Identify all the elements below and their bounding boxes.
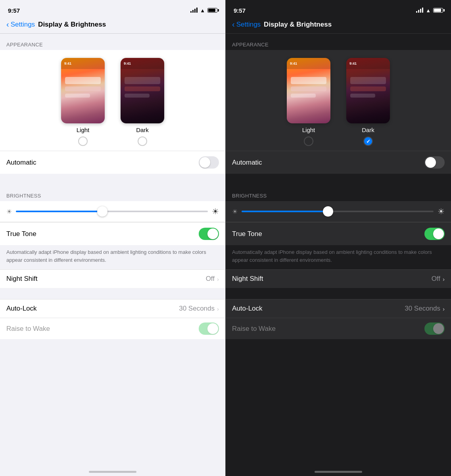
light-radio-dark[interactable]	[304, 136, 313, 146]
partial-row-dark: Raise to Wake	[226, 318, 451, 339]
phone-preview-dark: 9:41	[121, 58, 164, 123]
automatic-row-light: Automatic	[0, 151, 225, 174]
battery-icon-dark	[433, 8, 443, 13]
wifi-icon-light: ▲	[200, 8, 205, 13]
brightness-card-dark: ☀ ☀ True Tone	[226, 201, 451, 245]
auto-lock-value-light: 30 Seconds ›	[179, 305, 219, 313]
status-icons-light: ▲	[190, 8, 217, 13]
brightness-header-dark: BRIGHTNESS	[226, 185, 451, 201]
signal-icon-light	[190, 8, 198, 13]
true-tone-desc-row-dark: Automatically adapt iPhone display based…	[226, 245, 451, 269]
nav-bar-light: ‹ Settings Display & Brightness	[0, 17, 225, 34]
auto-lock-label-dark: Auto-Lock	[232, 305, 263, 313]
wifi-icon-dark: ▲	[426, 8, 431, 13]
auto-lock-chevron-light: ›	[217, 305, 219, 312]
night-shift-value-light: Off ›	[206, 275, 219, 283]
dark-panel: 9:57 ▲ ‹ Settings Display & Brightness A…	[226, 0, 451, 476]
automatic-label-light: Automatic	[6, 159, 36, 167]
raise-to-wake-toggle-dark[interactable]	[424, 322, 445, 335]
light-label: Light	[77, 127, 90, 133]
sun-small-icon-dark: ☀	[232, 208, 238, 215]
dark-label-d: Dark	[362, 127, 374, 133]
night-shift-label-dark: Night Shift	[232, 275, 263, 283]
autolock-section-light: Auto-Lock 30 Seconds › Raise to Wake	[0, 299, 225, 339]
appearance-option-dark[interactable]: 9:41 Dark	[121, 58, 164, 146]
appearance-options-dark: 9:41 Light 9:41	[226, 50, 451, 151]
true-tone-desc-light: Automatically adapt iPhone display based…	[6, 248, 219, 264]
partial-label-light: Raise to Wake	[6, 325, 50, 333]
appearance-header-dark: APPEARANCE	[226, 34, 451, 50]
dark-radio-light[interactable]	[138, 136, 147, 146]
night-shift-row-dark[interactable]: Night Shift Off ›	[226, 269, 451, 288]
auto-lock-row-dark[interactable]: Auto-Lock 30 Seconds ›	[226, 299, 451, 318]
dark-radio-dark[interactable]: ✓	[363, 136, 373, 146]
appearance-option-light[interactable]: 9:41 Light	[61, 58, 105, 146]
brightness-header-light: BRIGHTNESS	[0, 185, 225, 201]
phone-preview-light-d: 9:41	[287, 58, 330, 123]
sun-small-icon-light: ☀	[6, 208, 12, 215]
phone-strips-light	[65, 77, 101, 98]
automatic-row-dark: Automatic	[226, 151, 451, 174]
check-icon-dark: ✓	[366, 138, 370, 144]
phone-strips-dark	[125, 77, 160, 98]
time-light: 9:57	[8, 7, 20, 14]
light-panel: 9:57 ▲ ‹ Settings Display & Brightness A…	[0, 0, 225, 476]
night-shift-value-dark: Off ›	[432, 275, 445, 283]
back-label-dark: Settings	[236, 21, 261, 29]
nav-bar-dark: ‹ Settings Display & Brightness	[226, 17, 451, 34]
status-bar-light: 9:57 ▲	[0, 0, 225, 17]
phone-status-dark: 9:41	[121, 58, 164, 69]
appearance-option-dark-d[interactable]: 9:41 Dark ✓	[346, 58, 390, 146]
automatic-toggle-light[interactable]	[199, 156, 219, 169]
brightness-section-dark: BRIGHTNESS ☀ ☀ True Tone Automatically	[226, 185, 451, 288]
back-button-dark[interactable]: ‹ Settings	[232, 21, 261, 29]
light-label-d: Light	[302, 127, 315, 133]
status-bar-dark: 9:57 ▲	[226, 0, 451, 17]
auto-lock-row-light[interactable]: Auto-Lock 30 Seconds ›	[0, 299, 225, 318]
phone-status-light: 9:41	[61, 58, 105, 69]
brightness-slider-dark[interactable]	[242, 211, 434, 212]
time-dark: 9:57	[234, 7, 246, 14]
back-label-light: Settings	[11, 21, 35, 29]
page-title-dark: Display & Brightness	[264, 21, 332, 29]
back-chevron-icon-light: ‹	[6, 20, 9, 28]
automatic-toggle-dark[interactable]	[424, 156, 445, 169]
true-tone-toggle-light[interactable]	[199, 228, 219, 240]
status-icons-dark: ▲	[416, 8, 443, 13]
appearance-option-light-d[interactable]: 9:41 Light	[287, 58, 330, 146]
autolock-section-dark: Auto-Lock 30 Seconds › Raise to Wake	[226, 299, 451, 339]
true-tone-label-dark: True Tone	[232, 230, 262, 238]
appearance-options-light: 9:41 Light 9:41	[0, 50, 225, 151]
sun-large-icon-dark: ☀	[438, 207, 445, 216]
back-button-light[interactable]: ‹ Settings	[6, 21, 35, 29]
true-tone-toggle-dark[interactable]	[424, 228, 445, 240]
night-shift-chevron-light: ›	[217, 276, 219, 282]
partial-label-dark: Raise to Wake	[232, 325, 276, 333]
true-tone-row-dark: True Tone	[226, 222, 451, 245]
appearance-card-dark: 9:41 Light 9:41	[226, 50, 451, 174]
back-chevron-icon-dark: ‹	[232, 20, 235, 28]
auto-lock-label-light: Auto-Lock	[6, 305, 37, 313]
light-radio-light[interactable]	[78, 136, 88, 146]
battery-icon-light	[207, 8, 217, 13]
auto-lock-value-dark: 30 Seconds ›	[405, 305, 445, 313]
night-shift-label-light: Night Shift	[6, 275, 37, 283]
brightness-slider-row-light: ☀ ☀	[0, 201, 225, 222]
appearance-header-light: APPEARANCE	[0, 34, 225, 50]
raise-to-wake-toggle-light[interactable]	[199, 322, 219, 335]
phone-preview-light: 9:41	[61, 58, 105, 123]
brightness-card-light: ☀ ☀ True Tone	[0, 201, 225, 245]
auto-lock-chevron-dark: ›	[443, 305, 445, 312]
brightness-section-light: BRIGHTNESS ☀ ☀ True Tone Automatically	[0, 185, 225, 288]
home-indicator-light	[89, 471, 136, 473]
true-tone-desc-row-light: Automatically adapt iPhone display based…	[0, 245, 225, 269]
true-tone-label-light: True Tone	[6, 230, 36, 238]
true-tone-row-light: True Tone	[0, 222, 225, 245]
partial-row-light: Raise to Wake	[0, 318, 225, 339]
brightness-slider-light[interactable]	[16, 211, 208, 212]
night-shift-row-light[interactable]: Night Shift Off ›	[0, 269, 225, 288]
night-shift-chevron-dark: ›	[443, 276, 445, 282]
true-tone-desc-dark: Automatically adapt iPhone display based…	[232, 248, 445, 264]
phone-preview-dark-d: 9:41	[346, 58, 390, 123]
appearance-card-light: 9:41 Light 9:41	[0, 50, 225, 174]
